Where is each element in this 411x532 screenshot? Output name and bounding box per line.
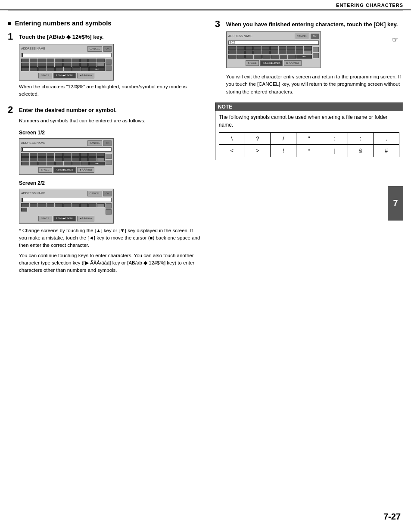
- screen2-label: Screen 2/2: [19, 179, 202, 187]
- left-column: Entering numbers and symbols 1 Touch the…: [8, 19, 211, 281]
- sym-question: ?: [245, 132, 271, 145]
- sym-asterisk: *: [296, 145, 322, 157]
- sym-lt: <: [219, 145, 245, 157]
- chapter-tab: 7: [388, 186, 403, 221]
- sym-slash: /: [271, 132, 296, 145]
- hand-pointer-icon: ☞: [392, 35, 398, 45]
- symbol-row-1: \ ? / " ; : ,: [219, 132, 399, 145]
- sym-quote: ": [296, 132, 322, 145]
- step1-block: 1 Touch the [AB/ab ◆ 12#$%] key. ADDRESS…: [8, 32, 202, 98]
- sym-pipe: |: [322, 145, 348, 157]
- screen1-mockup: ADDRESS NAME CANCEL OK: [19, 138, 114, 175]
- aaa-btn-s1: ▶ÄÄÄ/ääà: [77, 73, 95, 78]
- screen-label-addr: ADDRESS NAME: [21, 47, 45, 51]
- step3-block: 3 When you have finished entering charac…: [215, 19, 403, 96]
- page-header: ENTERING CHARACTERS: [0, 0, 411, 10]
- sym-exclaim: !: [271, 145, 296, 157]
- ok-btn-s1: OK: [103, 46, 112, 52]
- step3-num: 3: [215, 19, 224, 29]
- symbol-row-2: < > ! * | & #: [219, 145, 399, 157]
- step3-caption: You will exit the character entry screen…: [226, 73, 403, 96]
- sym-amp: &: [348, 145, 374, 157]
- header-title: ENTERING CHARACTERS: [336, 3, 403, 8]
- step2-block: 2 Enter the desired number or symbol. Nu…: [8, 105, 202, 274]
- symbol-table: \ ? / " ; : , < > ! *: [219, 132, 399, 157]
- right-column: 3 When you have finished entering charac…: [211, 19, 403, 281]
- cancel-btn-s1: CANCEL: [87, 46, 102, 52]
- step1-title: Touch the [AB/ab ◆ 12#$%] key.: [19, 32, 104, 40]
- step1-num: 1: [8, 32, 17, 41]
- page-number: 7-27: [383, 512, 401, 522]
- step1-caption: When the characters "12#$%" are highligh…: [19, 83, 202, 98]
- step3-title: When you have finished entering characte…: [226, 19, 398, 28]
- sym-backslash: \: [219, 132, 245, 145]
- note-box: NOTE The following symbols cannot be use…: [215, 103, 403, 160]
- step2-title: Enter the desired number or symbol.: [19, 105, 117, 113]
- screen2-mockup: ADDRESS NAME CANCEL OK: [19, 189, 114, 224]
- sym-colon: :: [348, 132, 374, 145]
- section-title: Entering numbers and symbols: [8, 19, 202, 27]
- sym-hash: #: [374, 145, 399, 157]
- ab12-btn-s1: AB/ab◆12#$%: [53, 73, 76, 78]
- step3-screen: ADDRESS NAME CANCEL OK E02: [226, 31, 403, 68]
- screen-input-s1: [21, 53, 112, 57]
- sym-gt: >: [245, 145, 271, 157]
- note-body: The following symbols cannot be used whe…: [215, 111, 403, 160]
- space-btn-s1: SPACE: [38, 73, 52, 78]
- sym-comma: ,: [374, 132, 399, 145]
- step1-screen: ADDRESS NAME CANCEL OK: [19, 44, 114, 81]
- screen1-label: Screen 1/2: [19, 129, 202, 137]
- step2-footnote: * Change screens by touching the [▲] key…: [19, 227, 202, 274]
- step2-intro: Numbers and symbols that can be entered …: [19, 117, 202, 124]
- step3-screen-mockup: ADDRESS NAME CANCEL OK E02: [226, 31, 321, 68]
- sym-semicolon: ;: [322, 132, 348, 145]
- step2-num: 2: [8, 105, 17, 115]
- note-header: NOTE: [215, 103, 403, 111]
